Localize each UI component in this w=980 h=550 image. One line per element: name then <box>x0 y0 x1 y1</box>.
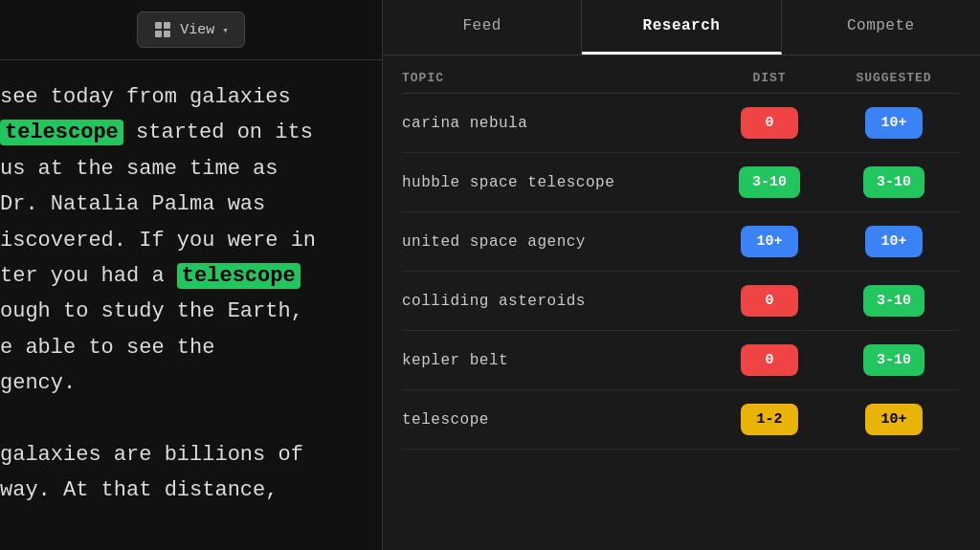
view-button[interactable]: View ▾ <box>137 11 245 48</box>
col-suggested: SUGGESTED <box>827 71 961 85</box>
text-line <box>0 402 372 437</box>
topic-name: carina nebula <box>402 115 712 132</box>
dist-badge: 0 <box>741 344 798 376</box>
highlight-telescope-1: telescope <box>0 120 123 145</box>
tab-feed[interactable]: Feed <box>383 0 582 55</box>
suggested-badge-cell: 3-10 <box>827 285 961 317</box>
grid-icon <box>153 20 172 39</box>
suggested-badge: 3-10 <box>863 285 924 317</box>
suggested-badge-cell: 3-10 <box>827 344 961 376</box>
dist-badge-cell: 1-2 <box>712 404 827 435</box>
table-header: TOPIC DIST SUGGESTED <box>402 55 961 94</box>
topic-name: kepler belt <box>402 352 712 369</box>
table-row: kepler belt 0 3-10 <box>402 331 961 390</box>
svg-rect-2 <box>155 31 162 37</box>
text-line: gency. <box>0 365 372 401</box>
chevron-down-icon: ▾ <box>222 24 229 36</box>
topic-name: hubble space telescope <box>402 174 712 191</box>
suggested-badge-cell: 10+ <box>827 404 961 435</box>
suggested-badge: 10+ <box>865 226 923 257</box>
svg-rect-1 <box>164 22 170 29</box>
topic-name: united space agency <box>402 233 712 251</box>
text-line: ough to study the Earth, <box>0 294 372 329</box>
dist-badge: 3-10 <box>739 166 800 198</box>
dist-badge-cell: 0 <box>712 344 827 376</box>
text-line: telescope started on its <box>0 115 372 150</box>
suggested-badge-cell: 10+ <box>827 226 961 257</box>
dist-badge: 0 <box>741 285 798 317</box>
dist-badge-cell: 10+ <box>712 226 827 257</box>
reading-text: see today from galaxies telescope starte… <box>0 60 382 550</box>
tab-compete[interactable]: Compete <box>782 0 980 55</box>
text-line: ter you had a telescope <box>0 258 372 294</box>
text-line: way. At that distance, <box>0 473 372 508</box>
table-row: telescope 1-2 10+ <box>402 390 961 450</box>
text-line: iscovered. If you were in <box>0 223 372 258</box>
tab-bar: Feed Research Compete <box>383 0 980 55</box>
text-line: Dr. Natalia Palma was <box>0 187 372 222</box>
topic-name: colliding asteroids <box>402 293 712 310</box>
suggested-badge: 10+ <box>865 107 923 139</box>
dist-badge: 10+ <box>741 226 798 257</box>
table-row: united space agency 10+ 10+ <box>402 212 961 272</box>
text-line: e able to see the <box>0 330 372 365</box>
col-topic: TOPIC <box>402 71 712 85</box>
table-row: colliding asteroids 0 3-10 <box>402 272 961 331</box>
svg-rect-3 <box>164 31 170 37</box>
text-line: see today from galaxies <box>0 79 372 115</box>
suggested-badge: 10+ <box>865 404 923 435</box>
suggested-badge-cell: 10+ <box>827 107 961 139</box>
dist-badge-cell: 0 <box>712 285 827 317</box>
text-line: galaxies are billions of <box>0 437 372 473</box>
topic-name: telescope <box>402 411 712 429</box>
table-row: hubble space telescope 3-10 3-10 <box>402 153 961 212</box>
suggested-badge: 3-10 <box>863 166 924 198</box>
view-label: View <box>180 22 214 38</box>
research-table: TOPIC DIST SUGGESTED carina nebula 0 10+… <box>383 55 980 550</box>
dist-badge: 0 <box>741 107 798 139</box>
table-row: carina nebula 0 10+ <box>402 94 961 153</box>
dist-badge: 1-2 <box>741 404 798 435</box>
dist-badge-cell: 0 <box>712 107 827 139</box>
suggested-badge-cell: 3-10 <box>827 166 961 198</box>
right-panel: Feed Research Compete TOPIC DIST SUGGEST… <box>383 0 980 550</box>
col-dist: DIST <box>712 71 827 85</box>
left-panel: View ▾ see today from galaxies telescope… <box>0 0 383 550</box>
svg-rect-0 <box>155 22 162 29</box>
tab-research[interactable]: Research <box>582 0 781 55</box>
suggested-badge: 3-10 <box>863 344 924 376</box>
toolbar: View ▾ <box>0 0 382 60</box>
text-line: us at the same time as <box>0 151 372 187</box>
dist-badge-cell: 3-10 <box>712 166 827 198</box>
highlight-telescope-2: telescope <box>177 263 301 289</box>
